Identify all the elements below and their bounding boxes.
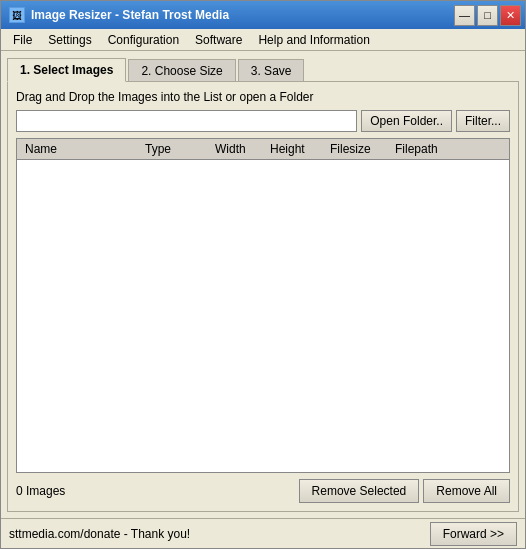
col-header-filepath: Filepath <box>391 141 505 157</box>
menu-software[interactable]: Software <box>187 31 250 49</box>
window-icon: 🖼 <box>9 7 25 23</box>
search-input[interactable] <box>16 110 357 132</box>
forward-button[interactable]: Forward >> <box>430 522 517 546</box>
main-panel: Drag and Drop the Images into the List o… <box>7 81 519 512</box>
bottom-buttons: Remove Selected Remove All <box>299 479 510 503</box>
col-header-type: Type <box>141 141 211 157</box>
close-button[interactable]: ✕ <box>500 5 521 26</box>
minimize-button[interactable]: — <box>454 5 475 26</box>
file-list[interactable]: Name Type Width Height Filesize Filepath <box>16 138 510 473</box>
maximize-button[interactable]: □ <box>477 5 498 26</box>
tab-choose-size[interactable]: 2. Choose Size <box>128 59 235 82</box>
remove-all-button[interactable]: Remove All <box>423 479 510 503</box>
col-header-filesize: Filesize <box>326 141 391 157</box>
search-row: Open Folder.. Filter... <box>16 110 510 132</box>
menu-file[interactable]: File <box>5 31 40 49</box>
menu-help[interactable]: Help and Information <box>250 31 377 49</box>
footer: sttmedia.com/donate - Thank you! Forward… <box>1 518 525 548</box>
filter-button[interactable]: Filter... <box>456 110 510 132</box>
open-folder-button[interactable]: Open Folder.. <box>361 110 452 132</box>
title-bar: 🖼 Image Resizer - Stefan Trost Media — □… <box>1 1 525 29</box>
file-list-header: Name Type Width Height Filesize Filepath <box>17 139 509 160</box>
bottom-bar: 0 Images Remove Selected Remove All <box>16 479 510 503</box>
tab-bar: 1. Select Images 2. Choose Size 3. Save <box>7 57 519 81</box>
col-header-width: Width <box>211 141 266 157</box>
menu-settings[interactable]: Settings <box>40 31 99 49</box>
title-controls: — □ ✕ <box>454 5 521 26</box>
footer-text: sttmedia.com/donate - Thank you! <box>9 527 190 541</box>
tab-select-images[interactable]: 1. Select Images <box>7 58 126 82</box>
window-title: Image Resizer - Stefan Trost Media <box>31 8 229 22</box>
col-header-height: Height <box>266 141 326 157</box>
menu-configuration[interactable]: Configuration <box>100 31 187 49</box>
main-window: 🖼 Image Resizer - Stefan Trost Media — □… <box>0 0 526 549</box>
menubar: File Settings Configuration Software Hel… <box>1 29 525 51</box>
tab-save[interactable]: 3. Save <box>238 59 305 82</box>
col-header-name: Name <box>21 141 141 157</box>
remove-selected-button[interactable]: Remove Selected <box>299 479 420 503</box>
content-area: 1. Select Images 2. Choose Size 3. Save … <box>1 51 525 518</box>
instruction-text: Drag and Drop the Images into the List o… <box>16 90 510 104</box>
images-count: 0 Images <box>16 484 65 498</box>
